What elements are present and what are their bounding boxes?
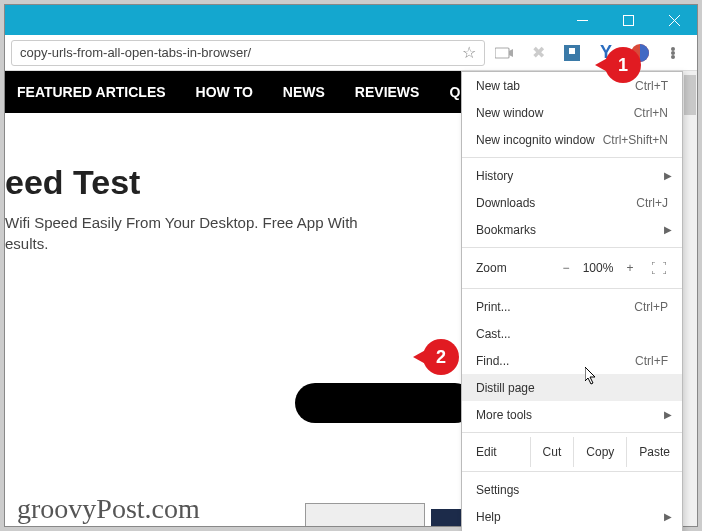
url-text: copy-urls-from-all-open-tabs-in-browser/ xyxy=(20,45,251,60)
annotation-callout-1: 1 xyxy=(605,47,641,83)
page-body-text: Wifi Speed Easily From Your Desktop. Fre… xyxy=(5,212,365,254)
menu-history[interactable]: History▶ xyxy=(462,162,682,189)
annotation-callout-2: 2 xyxy=(423,339,459,375)
bookmark-star-icon[interactable]: ☆ xyxy=(462,43,476,62)
menu-edit-row: Edit Cut Copy Paste xyxy=(462,437,682,467)
menu-separator xyxy=(462,288,682,289)
edit-copy-button[interactable]: Copy xyxy=(573,437,626,467)
ad-button[interactable] xyxy=(295,383,475,423)
menu-more-tools[interactable]: More tools▶ xyxy=(462,401,682,428)
chrome-menu-dropdown: New tabCtrl+T New windowCtrl+N New incog… xyxy=(461,71,683,531)
svg-rect-1 xyxy=(623,15,633,25)
menu-downloads[interactable]: DownloadsCtrl+J xyxy=(462,189,682,216)
menu-help[interactable]: Help▶ xyxy=(462,503,682,530)
zoom-out-button[interactable]: − xyxy=(554,261,578,275)
svg-rect-4 xyxy=(495,48,509,58)
fullscreen-icon[interactable] xyxy=(650,261,668,275)
window-maximize-button[interactable] xyxy=(605,5,651,35)
scrollbar-thumb[interactable] xyxy=(684,75,696,115)
article-thumbnail[interactable] xyxy=(305,503,425,526)
extension-icon-2[interactable]: ✖ xyxy=(529,44,547,62)
menu-zoom-row: Zoom − 100% + xyxy=(462,252,682,284)
menu-separator xyxy=(462,471,682,472)
extension-icon-1[interactable] xyxy=(495,44,513,62)
site-logo-text: groovyPost.com xyxy=(17,493,200,525)
submenu-arrow-icon: ▶ xyxy=(664,409,672,420)
edit-paste-button[interactable]: Paste xyxy=(626,437,682,467)
vertical-scrollbar[interactable] xyxy=(683,71,697,526)
menu-separator xyxy=(462,432,682,433)
submenu-arrow-icon: ▶ xyxy=(664,170,672,181)
chrome-menu-button[interactable] xyxy=(665,45,681,61)
submenu-arrow-icon: ▶ xyxy=(664,511,672,522)
window-titlebar xyxy=(5,5,697,35)
zoom-value: 100% xyxy=(578,261,618,275)
menu-separator xyxy=(462,247,682,248)
menu-new-tab[interactable]: New tabCtrl+T xyxy=(462,72,682,99)
cursor-icon xyxy=(585,367,599,389)
menu-new-incognito[interactable]: New incognito windowCtrl+Shift+N xyxy=(462,126,682,153)
menu-bookmarks[interactable]: Bookmarks▶ xyxy=(462,216,682,243)
menu-separator xyxy=(462,157,682,158)
menu-cast[interactable]: Cast... xyxy=(462,320,682,347)
menu-distill-page[interactable]: Distill page xyxy=(462,374,682,401)
submenu-arrow-icon: ▶ xyxy=(664,224,672,235)
menu-print[interactable]: Print...Ctrl+P xyxy=(462,293,682,320)
nav-item[interactable]: FEATURED ARTICLES xyxy=(17,84,166,100)
menu-new-window[interactable]: New windowCtrl+N xyxy=(462,99,682,126)
menu-find[interactable]: Find...Ctrl+F xyxy=(462,347,682,374)
menu-settings[interactable]: Settings xyxy=(462,476,682,503)
extension-icon-3[interactable] xyxy=(563,44,581,62)
nav-item[interactable]: NEWS xyxy=(283,84,325,100)
window-minimize-button[interactable] xyxy=(559,5,605,35)
svg-rect-6 xyxy=(569,48,575,54)
edit-cut-button[interactable]: Cut xyxy=(530,437,574,467)
address-bar[interactable]: copy-urls-from-all-open-tabs-in-browser/… xyxy=(11,40,485,66)
zoom-in-button[interactable]: + xyxy=(618,261,642,275)
nav-item[interactable]: HOW TO xyxy=(196,84,253,100)
nav-item[interactable]: REVIEWS xyxy=(355,84,420,100)
window-close-button[interactable] xyxy=(651,5,697,35)
